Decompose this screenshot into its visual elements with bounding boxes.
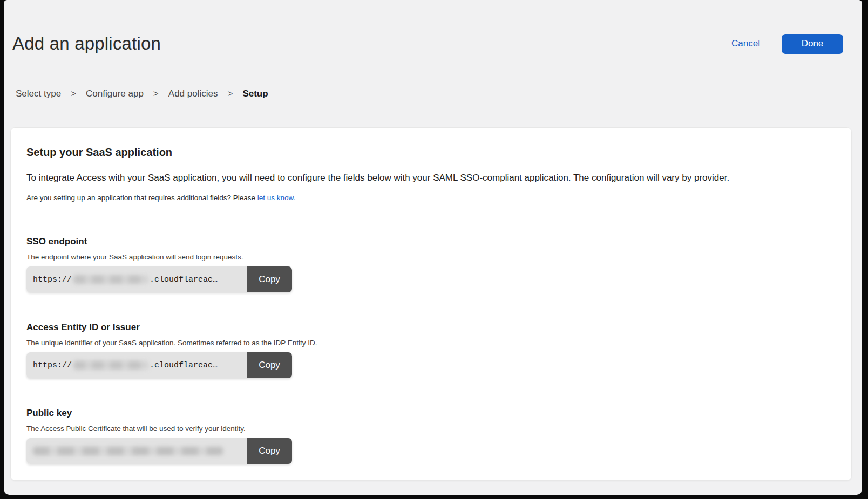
- breadcrumb-separator: >: [71, 88, 76, 99]
- redacted-value-blur: [73, 361, 148, 370]
- entity-id-section: Access Entity ID or Issuer The unique id…: [26, 322, 836, 378]
- public-key-section: Public key The Access Public Certificate…: [26, 408, 836, 464]
- redacted-value-blur: [33, 447, 223, 455]
- public-key-copy-button[interactable]: Copy: [247, 438, 292, 464]
- page-header: Add an application Cancel Done: [4, 0, 862, 55]
- cancel-button[interactable]: Cancel: [731, 38, 760, 49]
- breadcrumb-separator: >: [227, 88, 233, 99]
- entity-id-value-prefix: https://: [33, 361, 72, 370]
- let-us-know-link[interactable]: let us know.: [257, 194, 296, 202]
- entity-id-copy-button[interactable]: Copy: [247, 352, 292, 378]
- sso-endpoint-copy-button[interactable]: Copy: [247, 266, 292, 292]
- entity-id-copy-row: https:// .cloudflareac… Copy: [26, 352, 292, 378]
- breadcrumb-step-add-policies[interactable]: Add policies: [168, 88, 218, 99]
- note-text: Are you setting up an application that r…: [26, 194, 257, 202]
- breadcrumb: Select type > Configure app > Add polici…: [16, 88, 862, 99]
- public-key-description: The Access Public Certificate that will …: [26, 425, 836, 433]
- sso-endpoint-value-field[interactable]: https:// .cloudflareac…: [26, 266, 247, 292]
- app-window: Add an application Cancel Done Select ty…: [4, 0, 862, 495]
- public-key-title: Public key: [26, 408, 836, 419]
- page-title: Add an application: [12, 32, 731, 55]
- sso-endpoint-description: The endpoint where your SaaS application…: [26, 253, 836, 262]
- sso-endpoint-section: SSO endpoint The endpoint where your Saa…: [26, 236, 836, 292]
- breadcrumb-step-select-type[interactable]: Select type: [16, 88, 61, 99]
- redacted-value-blur: [73, 275, 148, 284]
- entity-id-title: Access Entity ID or Issuer: [26, 322, 836, 333]
- public-key-value-field[interactable]: [26, 438, 247, 464]
- entity-id-description: The unique identifier of your SaaS appli…: [26, 339, 836, 347]
- breadcrumb-step-configure-app[interactable]: Configure app: [86, 88, 144, 99]
- sso-endpoint-title: SSO endpoint: [26, 236, 836, 247]
- card-heading: Setup your SaaS application: [26, 146, 836, 159]
- setup-card: Setup your SaaS application To integrate…: [10, 127, 852, 481]
- sso-endpoint-value-suffix: .cloudflareac…: [150, 275, 218, 284]
- sso-endpoint-copy-row: https:// .cloudflareac… Copy: [26, 266, 292, 292]
- breadcrumb-step-setup: Setup: [242, 88, 268, 99]
- entity-id-value-field[interactable]: https:// .cloudflareac…: [26, 352, 247, 378]
- sso-endpoint-value-prefix: https://: [33, 275, 72, 284]
- done-button[interactable]: Done: [782, 34, 843, 54]
- public-key-copy-row: Copy: [26, 438, 292, 464]
- breadcrumb-separator: >: [153, 88, 159, 99]
- header-actions: Cancel Done: [731, 34, 843, 54]
- entity-id-value-suffix: .cloudflareac…: [150, 361, 218, 370]
- card-intro: To integrate Access with your SaaS appli…: [26, 173, 836, 183]
- card-note: Are you setting up an application that r…: [26, 194, 836, 202]
